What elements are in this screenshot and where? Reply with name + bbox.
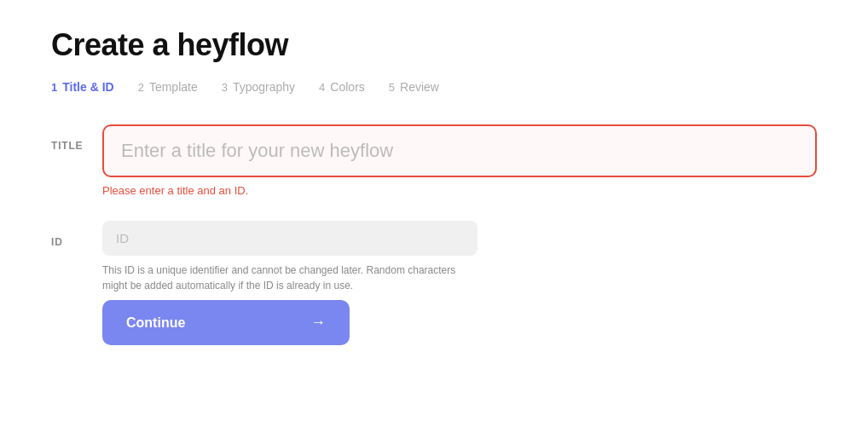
page-container: Create a heyflow 1 Title & ID 2 Template… — [0, 0, 868, 372]
arrow-right-icon: → — [310, 314, 326, 332]
step-1-label: Title & ID — [62, 80, 113, 94]
step-2-label: Template — [149, 80, 198, 94]
step-3-number: 3 — [222, 81, 228, 94]
step-1[interactable]: 1 Title & ID — [51, 80, 114, 94]
step-2-number: 2 — [138, 81, 144, 94]
step-5[interactable]: 5 Review — [389, 80, 439, 94]
title-row: TITLE Please enter a title and an ID. — [51, 124, 817, 197]
stepper: 1 Title & ID 2 Template 3 Typography 4 C… — [51, 80, 817, 94]
title-field-wrapper: Please enter a title and an ID. — [102, 124, 817, 197]
title-label: TITLE — [51, 140, 85, 152]
step-4-label: Colors — [330, 80, 364, 94]
continue-button[interactable]: Continue → — [102, 300, 350, 345]
id-field-wrapper: This ID is a unique identifier and canno… — [102, 221, 817, 293]
id-input[interactable] — [102, 221, 477, 256]
step-5-number: 5 — [389, 81, 395, 94]
id-row: ID This ID is a unique identifier and ca… — [51, 221, 817, 293]
id-label: ID — [51, 236, 85, 248]
step-3[interactable]: 3 Typography — [222, 80, 295, 94]
title-error: Please enter a title and an ID. — [102, 184, 817, 197]
step-4-number: 4 — [319, 81, 325, 94]
id-hint: This ID is a unique identifier and canno… — [102, 263, 460, 293]
step-4[interactable]: 4 Colors — [319, 80, 365, 94]
continue-label: Continue — [126, 315, 185, 331]
step-2[interactable]: 2 Template — [138, 80, 198, 94]
page-title: Create a heyflow — [51, 27, 817, 63]
title-input[interactable] — [102, 124, 817, 177]
form-section: TITLE Please enter a title and an ID. ID… — [51, 124, 817, 293]
step-1-number: 1 — [51, 81, 57, 94]
step-5-label: Review — [400, 80, 439, 94]
step-3-label: Typography — [233, 80, 295, 94]
